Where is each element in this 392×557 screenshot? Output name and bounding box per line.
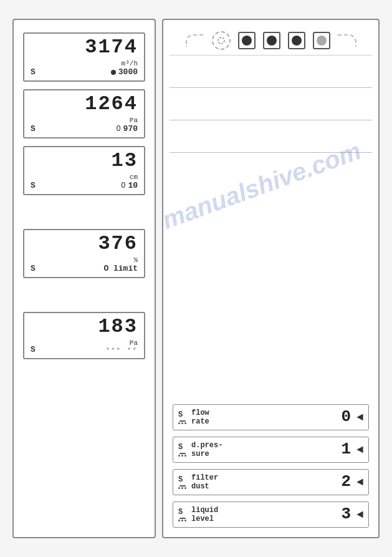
display-pa2: 183 S Pa *** ** [23, 312, 145, 359]
nav-settings-icon[interactable] [212, 31, 231, 50]
nav-button-2[interactable] [263, 32, 280, 49]
spacer1 [23, 203, 145, 221]
display2-setpoint: 970 [123, 124, 138, 133]
channel-1-name2: sure [191, 450, 222, 458]
set-line-1 [179, 420, 186, 422]
page: 3174 S m³/h 3000 1264 S Pa [0, 0, 392, 557]
nav-btn-2-dot [267, 36, 277, 46]
channel-0-s-row: S [178, 410, 186, 419]
display4-unit: % [133, 256, 138, 264]
display5-unit: Pa [130, 339, 138, 347]
set-dot-10 [178, 520, 180, 521]
channel-3-info: S [178, 508, 186, 521]
channel-1-s-row: S [178, 443, 186, 452]
channel-row-2[interactable]: S filter [173, 469, 369, 495]
channel-1-arrow: ◄ [356, 443, 363, 456]
channel-3-set-row [178, 518, 186, 521]
set-line-2 [179, 453, 186, 454]
set-dot-6 [184, 455, 186, 457]
set-dot-4 [178, 455, 180, 457]
channel-3-set-icon [178, 518, 186, 521]
channel-1-name1: d.pres- [191, 441, 222, 450]
channel-1-name: d.pres- sure [191, 441, 222, 458]
channel-0-s: S [178, 410, 183, 419]
channel-2-name2: dust [191, 482, 218, 491]
set-dots [178, 422, 186, 424]
display1-s-label: S [31, 67, 36, 77]
set-dots-4 [178, 520, 186, 521]
channel-1-set-row [178, 453, 186, 457]
channel-0-name2: rate [191, 417, 209, 426]
set-dots-3 [178, 487, 186, 489]
channel-1-number: 1 [341, 440, 351, 458]
set-dots-2 [178, 455, 186, 457]
nav-button-3[interactable] [288, 32, 305, 49]
nav-btn-1-dot [242, 36, 252, 46]
channel-1-s: S [178, 443, 183, 452]
set-dot-9 [184, 487, 186, 489]
channel-0-name1: flow [191, 409, 209, 417]
channel-2-name1: filter [191, 473, 218, 482]
spacer2 [23, 286, 145, 304]
nav-bar [170, 26, 372, 56]
svg-point-0 [218, 37, 224, 44]
channel-3-name1: liquid [191, 506, 218, 515]
display3-unit: cm [130, 173, 138, 181]
channel-0-number: 0 [341, 407, 351, 426]
channels-area: S flow [170, 401, 372, 531]
channel-2-info: S [178, 475, 186, 489]
right-content-area: manualshive.com [170, 153, 372, 401]
channel-2-name: filter dust [191, 473, 218, 491]
right-section-3 [170, 120, 372, 153]
percent-value: 376 [31, 234, 138, 254]
channel-row-3[interactable]: S liquid [173, 501, 369, 528]
display2-s-label: S [31, 124, 36, 133]
display4-setpoint: O limit [103, 264, 138, 273]
nav-btn-4-dot [317, 36, 327, 46]
nav-curve-left [186, 34, 204, 47]
channel-1-info: S [178, 443, 186, 457]
channel-0-set-row [178, 420, 186, 424]
channel-3-s: S [178, 508, 183, 516]
set-dot-12 [184, 520, 186, 521]
display1-dot [111, 70, 116, 75]
channel-3-number: 3 [341, 505, 351, 523]
display4-s-label: S [31, 264, 36, 273]
set-line-3 [179, 485, 186, 487]
set-dot-2 [181, 422, 183, 424]
display-level-cm: 13 S cm O 10 [23, 146, 145, 195]
pa2-value: 183 [31, 317, 138, 337]
channel-3-arrow: ◄ [356, 508, 363, 521]
set-dot-5 [181, 455, 183, 457]
channel-0-info: S [178, 410, 186, 424]
channel-row-0[interactable]: S flow [173, 404, 369, 430]
nav-button-4[interactable] [313, 32, 330, 49]
nav-curve-right [338, 34, 356, 47]
channel-0-name: flow rate [191, 409, 209, 426]
display3-indicator: O [121, 182, 125, 190]
channel-row-1[interactable]: S d.pres- [173, 437, 369, 463]
channel-3-s-row: S [178, 508, 186, 516]
channel-1-set-icon [178, 453, 186, 457]
channel-3-name: liquid level [191, 506, 218, 523]
display5-subtext: *** ** [105, 347, 138, 354]
set-dot-8 [181, 487, 183, 489]
right-section-1 [170, 56, 372, 88]
left-panel: 3174 S m³/h 3000 1264 S Pa [12, 19, 156, 538]
channel-2-s: S [178, 475, 183, 484]
display3-setpoint: 10 [128, 181, 138, 190]
channel-3-name2: level [191, 515, 218, 523]
display3-s-label: S [31, 181, 36, 190]
display-percent: 376 S % O limit [23, 229, 145, 278]
right-panel: manualshive.com S [162, 19, 380, 538]
display-pressure: 1264 S Pa O 970 [23, 89, 145, 138]
set-dot-3 [184, 422, 186, 424]
right-section-2 [170, 88, 372, 120]
set-dot-1 [178, 422, 180, 424]
channel-2-set-row [178, 485, 186, 489]
display1-unit: m³/h [122, 60, 138, 67]
flow-rate-value: 3174 [31, 37, 138, 57]
set-dot-7 [178, 487, 180, 489]
nav-button-1[interactable] [238, 32, 256, 49]
channel-2-arrow: ◄ [356, 476, 363, 488]
